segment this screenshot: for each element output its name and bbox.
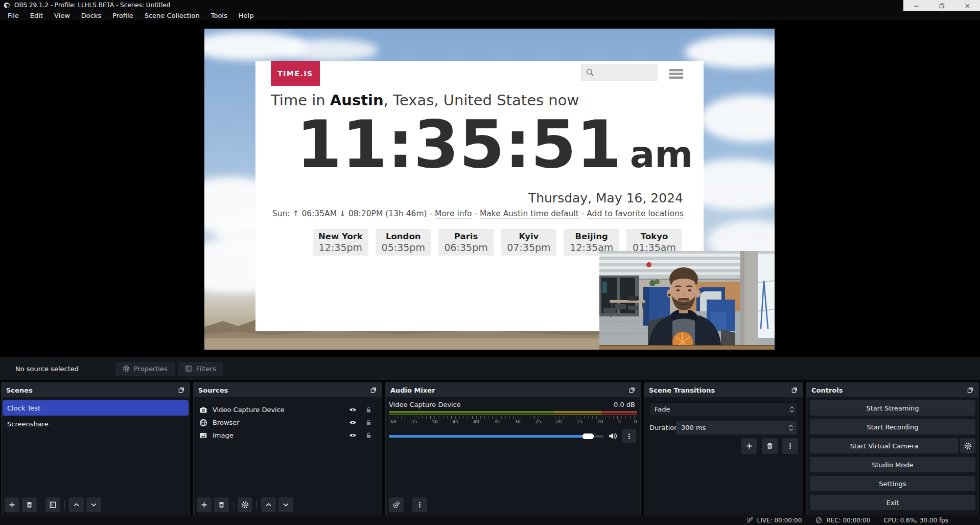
camera-icon (199, 406, 207, 414)
add-source-button[interactable] (197, 497, 212, 512)
source-list: Video Capture Device Browser Image (194, 397, 382, 442)
mixer-channel-name: Video Capture Device (389, 401, 461, 408)
virtual-camera-config-button[interactable] (960, 438, 975, 453)
scene-filters-button[interactable] (45, 497, 60, 512)
city-tile[interactable]: London05:35pm (376, 229, 431, 256)
restore-button[interactable] (929, 0, 954, 11)
menu-profile[interactable]: Profile (107, 12, 138, 19)
advanced-audio-button[interactable] (389, 497, 404, 512)
transitions-header[interactable]: Scene Transitions (644, 383, 803, 397)
remove-source-button[interactable] (214, 497, 229, 512)
sources-header[interactable]: Sources (194, 383, 382, 397)
scenes-panel: Scenes Clock Test Screenshare (1, 382, 190, 515)
studio-mode-button[interactable]: Studio Mode (810, 457, 975, 472)
city-tile[interactable]: New York12:35pm (313, 229, 368, 256)
eye-icon[interactable] (349, 431, 357, 439)
add-scene-button[interactable] (5, 497, 19, 512)
settings-button[interactable]: Settings (810, 476, 975, 491)
select-chevrons[interactable] (786, 403, 797, 416)
plus-icon (8, 501, 16, 509)
scene-item-screenshare[interactable]: Screenshare (3, 416, 189, 431)
cpu-fps-stats: CPU: 0.6%, 30.00 fps (883, 517, 948, 524)
menu-file[interactable]: File (2, 12, 25, 19)
speaker-icon[interactable] (608, 431, 617, 441)
source-row-image[interactable]: Image (194, 429, 382, 442)
menu-help[interactable]: Help (233, 12, 260, 19)
eye-icon[interactable] (349, 419, 357, 426)
controls-header[interactable]: Controls (807, 383, 978, 397)
webcam-overlay[interactable] (599, 251, 775, 350)
scene-item-clock-test[interactable]: Clock Test (3, 400, 189, 416)
remove-transition-button[interactable] (762, 438, 778, 454)
clock-digits: 11:35:51 (296, 112, 622, 177)
scene-up-button[interactable] (69, 497, 84, 512)
source-properties-button[interactable] (238, 497, 252, 512)
gears-icon (392, 501, 400, 509)
eye-icon[interactable] (349, 406, 357, 414)
unlock-icon[interactable] (365, 419, 372, 426)
source-row-browser[interactable]: Browser (194, 416, 382, 429)
source-up-button[interactable] (261, 497, 276, 512)
transition-selected-value: Fade (650, 405, 786, 413)
start-recording-button[interactable]: Start Recording (810, 419, 975, 435)
close-button[interactable] (954, 0, 980, 11)
start-streaming-button[interactable]: Start Streaming (810, 400, 975, 416)
city-tile[interactable]: Paris06:35pm (438, 229, 494, 256)
filters-icon (49, 501, 57, 509)
timeis-logo[interactable]: TIME.IS (271, 61, 320, 86)
exit-button[interactable]: Exit (810, 495, 975, 510)
divider (256, 500, 257, 510)
filters-button[interactable]: Filters (178, 362, 223, 376)
unlock-icon[interactable] (365, 406, 372, 413)
popout-icon (370, 386, 377, 394)
unlock-icon[interactable] (365, 432, 372, 439)
add-transition-button[interactable] (741, 438, 757, 454)
mixer-menu-button[interactable] (412, 497, 427, 512)
audio-mixer-header[interactable]: Audio Mixer (386, 383, 640, 397)
globe-icon (199, 419, 207, 427)
audio-mixer-panel: Audio Mixer Video Capture Device 0.0 dB … (385, 382, 641, 515)
menu-scene-collection[interactable]: Scene Collection (139, 12, 205, 19)
spinner-chevrons[interactable] (785, 424, 797, 431)
mixer-channel-menu-button[interactable] (622, 429, 636, 443)
add-favorite-link[interactable]: Add to favorite locations (587, 209, 684, 219)
volume-slider-handle[interactable] (582, 433, 594, 439)
gear-icon (241, 501, 249, 509)
title-bar[interactable]: OBS 29.1.2 - Profile: LLHLS BETA - Scene… (0, 0, 980, 10)
timeis-sun-info: Sun: ↑ 06:35AM ↓ 08:20PM (13h 46m) - Mor… (255, 209, 701, 218)
cloud (281, 39, 378, 61)
preview-canvas[interactable]: TIME.IS Time in Austin, Texas, United St… (204, 29, 775, 350)
menu-view[interactable]: View (49, 12, 76, 19)
sources-panel: Sources Video Capture Device Browser Ima… (193, 382, 382, 515)
city-tile[interactable]: Kyiv07:35pm (501, 229, 556, 256)
minimize-button[interactable] (903, 0, 929, 11)
record-inactive-icon (815, 516, 823, 524)
menu-docks[interactable]: Docks (76, 12, 107, 19)
duration-spinner[interactable]: 300 ms (676, 421, 797, 435)
restore-icon (939, 3, 945, 9)
source-down-button[interactable] (278, 497, 293, 512)
meter-bar (389, 414, 637, 415)
remove-scene-button[interactable] (22, 497, 37, 512)
transition-select[interactable]: Fade (649, 402, 798, 416)
main-area: TIME.IS Time in Austin, Texas, United St… (0, 20, 980, 357)
cloud (700, 95, 775, 142)
start-virtual-camera-button[interactable]: Start Virtual Camera (810, 438, 959, 453)
menu-tools[interactable]: Tools (205, 12, 233, 19)
source-status-text: No source selected (15, 365, 79, 373)
scenes-header[interactable]: Scenes (2, 383, 190, 397)
more-info-link[interactable]: More info (435, 209, 472, 219)
source-row-video-capture[interactable]: Video Capture Device (194, 403, 382, 416)
filters-icon (185, 365, 192, 372)
volume-slider[interactable] (389, 435, 603, 438)
transition-menu-button[interactable] (782, 438, 798, 454)
search-icon (586, 68, 594, 77)
menu-edit[interactable]: Edit (25, 12, 49, 19)
search-input[interactable] (597, 69, 654, 77)
timeis-search-box[interactable] (581, 64, 658, 81)
image-icon (199, 431, 207, 440)
hamburger-menu-icon[interactable] (669, 69, 683, 79)
scene-down-button[interactable] (86, 497, 101, 512)
make-default-link[interactable]: Make Austin time default (480, 209, 579, 219)
properties-button[interactable]: Properties (115, 362, 175, 376)
